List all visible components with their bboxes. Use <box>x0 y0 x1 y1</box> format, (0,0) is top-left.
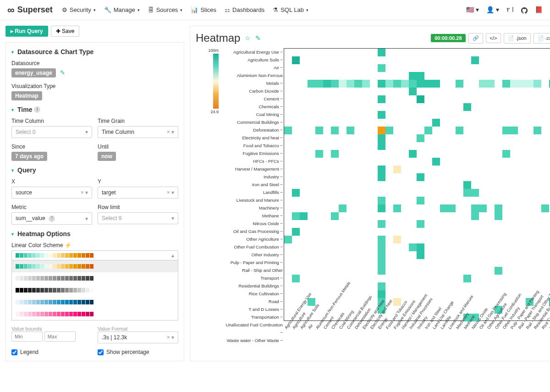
heatmap-cell[interactable] <box>471 189 479 197</box>
nav-sources[interactable]: 🗄Sources▾ <box>148 6 183 13</box>
heatmap-cell[interactable] <box>479 204 487 212</box>
heatmap-cell[interactable] <box>432 80 440 88</box>
link-button[interactable]: 🔗 <box>468 33 483 44</box>
github-icon[interactable] <box>521 6 528 13</box>
edit-title-icon[interactable]: ✎ <box>255 34 261 42</box>
heatmap-cell[interactable] <box>378 134 385 142</box>
nav-slices[interactable]: 📊Slices <box>191 6 216 13</box>
heatmap-cell[interactable] <box>323 80 331 88</box>
heatmap-cell[interactable] <box>346 127 354 134</box>
heatmap-cell[interactable] <box>417 95 424 103</box>
until-pill[interactable]: now <box>98 152 116 161</box>
heatmap-cell[interactable] <box>471 204 479 212</box>
heatmap-cell[interactable] <box>378 80 385 88</box>
section-query-header[interactable]: ▾Query <box>11 166 178 174</box>
clear-icon[interactable]: × <box>167 129 170 135</box>
heatmap-cell[interactable] <box>417 220 424 228</box>
heatmap-cell[interactable] <box>518 80 526 88</box>
heatmap-cell[interactable] <box>463 189 471 197</box>
heatmap-cell[interactable] <box>393 204 401 212</box>
heatmap-cell[interactable] <box>495 212 502 220</box>
heatmap-cell[interactable] <box>378 111 385 119</box>
heatmap-cell[interactable] <box>292 56 300 64</box>
heatmap-cell[interactable] <box>471 56 479 64</box>
heatmap-cell[interactable] <box>292 212 300 220</box>
heatmap-cell[interactable] <box>510 80 518 88</box>
min-input[interactable] <box>11 331 43 342</box>
heatmap-cell[interactable] <box>315 80 323 88</box>
heatmap-cell[interactable] <box>378 290 385 298</box>
heatmap-cell[interactable] <box>378 142 385 150</box>
heatmap-cell[interactable] <box>378 64 385 72</box>
heatmap-cell[interactable] <box>463 275 471 282</box>
time-column-select[interactable]: Select 0▾ <box>11 126 92 138</box>
section-heatmap-options-header[interactable]: ▾Heatmap Options <box>11 230 178 237</box>
row-limit-select[interactable]: Select 9▾ <box>98 212 178 224</box>
heatmap-cell[interactable] <box>417 243 424 251</box>
heatmap-cell[interactable] <box>417 173 424 181</box>
locale-picker[interactable]: 🇺🇸 ▾ <box>466 6 479 13</box>
heatmap-cell[interactable] <box>378 236 385 243</box>
heatmap-cell[interactable] <box>331 80 339 88</box>
heatmap-cell[interactable] <box>308 80 315 88</box>
info-icon[interactable]: i <box>34 106 40 113</box>
heatmap-cell[interactable] <box>448 204 456 212</box>
heatmap-cell[interactable] <box>354 80 362 88</box>
heatmap-cell[interactable] <box>315 127 323 134</box>
section-time-header[interactable]: ▾Timei <box>11 106 178 113</box>
section-datasource-header[interactable]: ▾Datasource & Chart Type <box>11 48 178 55</box>
heatmap-cell[interactable] <box>385 80 393 88</box>
brand[interactable]: ∞ Superset <box>7 4 53 16</box>
heatmap-cell[interactable] <box>378 197 385 204</box>
datasource-pill[interactable]: energy_usage <box>11 68 56 77</box>
heatmap-cell[interactable] <box>284 236 292 243</box>
show-pct-checkbox[interactable] <box>98 349 104 355</box>
heatmap-cell[interactable] <box>292 228 300 236</box>
heatmap-cell[interactable] <box>409 150 417 158</box>
csv-button[interactable]: 📄 .csv <box>534 33 550 44</box>
heatmap-cell[interactable] <box>378 204 385 212</box>
heatmap-cell[interactable] <box>378 49 385 56</box>
heatmap-cell[interactable] <box>463 181 471 189</box>
save-button[interactable]: ✚ Save <box>51 26 80 37</box>
heatmap-cell[interactable] <box>315 150 323 158</box>
heatmap-cell[interactable] <box>378 251 385 259</box>
value-format-select[interactable]: .3s | 12.3k× ▾ <box>98 331 178 343</box>
nav-sqllab[interactable]: ⚗SQL Lab▾ <box>273 6 308 13</box>
heatmap-cell[interactable] <box>432 119 440 127</box>
heatmap-cell[interactable] <box>393 166 401 173</box>
y-select[interactable]: target× ▾ <box>98 187 178 199</box>
clear-icon[interactable]: × <box>167 189 170 196</box>
heatmap-cell[interactable] <box>284 127 292 134</box>
heatmap-cell[interactable] <box>502 127 510 134</box>
heatmap-cell[interactable] <box>362 80 370 88</box>
heatmap-cell[interactable] <box>393 298 401 306</box>
nav-security[interactable]: ⚙Security▾ <box>62 6 96 13</box>
heatmap-cell[interactable] <box>300 212 308 220</box>
color-option-black[interactable] <box>12 284 178 296</box>
heatmap-cell[interactable] <box>339 80 346 88</box>
user-menu[interactable]: 👤 ▾ <box>486 6 499 13</box>
run-query-button[interactable]: ▸ Run Query <box>6 26 48 37</box>
heatmap-cell[interactable] <box>541 204 549 212</box>
heatmap-cell[interactable] <box>378 95 385 103</box>
heatmap-cell[interactable] <box>502 150 510 158</box>
heatmap-cell[interactable] <box>378 220 385 228</box>
time-grain-select[interactable]: Time Column× ▾ <box>98 126 178 138</box>
x-select[interactable]: source× ▾ <box>11 187 92 199</box>
nav-manage[interactable]: 🔧Manage▾ <box>104 6 140 13</box>
heatmap-cell[interactable] <box>417 80 424 88</box>
heatmap-cell[interactable] <box>378 243 385 251</box>
heatmap-cell[interactable] <box>393 236 401 243</box>
heatmap-cell[interactable] <box>378 267 385 275</box>
heatmap-cell[interactable] <box>495 204 502 212</box>
viz-type-pill[interactable]: Heatmap <box>11 91 42 100</box>
clear-icon[interactable]: × <box>81 189 84 196</box>
color-option-pink[interactable] <box>12 308 178 320</box>
heatmap-cell[interactable] <box>378 259 385 267</box>
heatmap-cell[interactable] <box>417 134 424 142</box>
heatmap-cell[interactable] <box>331 127 339 134</box>
heatmap-cell[interactable] <box>331 150 339 158</box>
heatmap-cell[interactable] <box>292 275 300 282</box>
heatmap-cell[interactable] <box>409 80 417 88</box>
